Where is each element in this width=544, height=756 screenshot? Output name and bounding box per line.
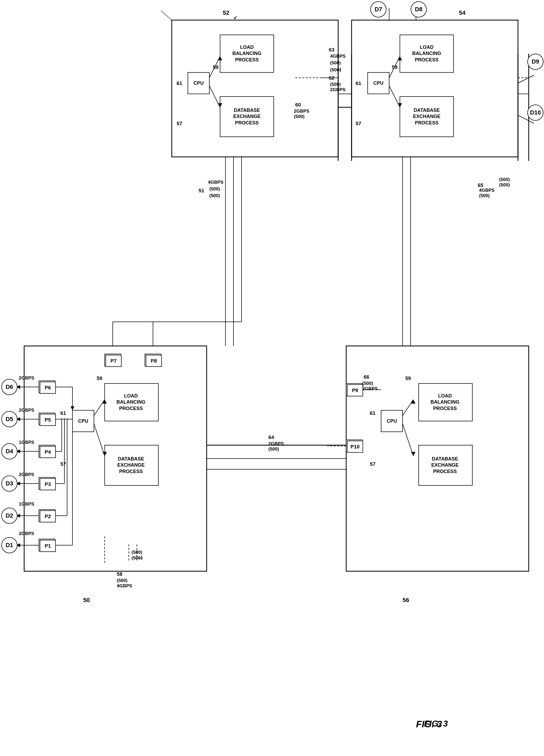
speed-65b: (500) xyxy=(479,193,490,198)
svg-line-95 xyxy=(518,75,534,83)
ref-64: 64 xyxy=(268,434,274,440)
port-p6: P6 xyxy=(40,382,56,394)
ref-52-arrow: ↙ xyxy=(233,15,237,20)
port-p2: P2 xyxy=(40,510,56,522)
speed-d3: 2GBPS xyxy=(19,472,34,477)
svg-line-15 xyxy=(389,86,400,107)
ref-59-n50: 59 xyxy=(97,375,102,381)
speed-64b: (500) xyxy=(268,447,279,452)
ref-57-n50: 57 xyxy=(60,461,66,467)
speed-64a: 2GBPS xyxy=(268,441,284,447)
device-d7: D7 xyxy=(370,1,387,17)
svg-line-8 xyxy=(209,86,220,107)
svg-marker-63 xyxy=(71,406,74,410)
speed-60b: (500) xyxy=(294,114,305,119)
device-d1: D1 xyxy=(1,537,17,553)
n56-database-exchange: DATABASEEXCHANGEPROCESS xyxy=(420,447,471,484)
speed-51-500a: (500) xyxy=(209,186,220,192)
ref-61-n50: 61 xyxy=(60,410,66,416)
device-d6: D6 xyxy=(1,379,17,395)
speed-63b: (500) xyxy=(330,60,341,66)
svg-line-29 xyxy=(403,424,413,456)
ref-63: 63 xyxy=(329,47,335,53)
speed-d4: 1GBPS xyxy=(19,440,34,445)
speed-51-500b: (500) xyxy=(209,193,220,198)
speed-58d: (500)̶ xyxy=(131,555,143,561)
port-p7: P7 xyxy=(105,355,122,367)
n54-load-balancing: LOADBALANCINGPROCESS xyxy=(401,36,452,71)
svg-marker-31 xyxy=(411,452,416,456)
speed-66a: (500) xyxy=(362,381,373,386)
port-p10: P10 xyxy=(347,441,363,453)
speed-51-4gbps: 4GBPS xyxy=(208,180,223,185)
speed-65d: (500) xyxy=(499,182,510,188)
ref-61-n56: 61 xyxy=(370,410,376,416)
port-p5: P5 xyxy=(40,414,56,426)
svg-line-92 xyxy=(161,11,172,20)
device-d5: D5 xyxy=(1,411,17,427)
speed-65c: (500) xyxy=(499,177,510,182)
port-p8: P8 xyxy=(146,355,162,367)
n52-database-exchange: DATABASEEXCHANGEPROCESS xyxy=(221,98,273,135)
n56-load-balancing: LOADBALANCINGPROCESS xyxy=(420,385,471,420)
ref-54: 54 xyxy=(459,9,465,16)
ref-61-n52: 61 xyxy=(176,80,182,86)
n56-cpu: CPU xyxy=(382,412,402,430)
ref-58: 58 xyxy=(117,571,122,577)
ref-52: 52 xyxy=(223,9,229,16)
ref-60: 60 xyxy=(295,102,301,108)
svg-line-28 xyxy=(403,400,413,416)
svg-line-21 xyxy=(94,400,105,416)
speed-58b: 4GBPS xyxy=(117,583,132,589)
device-d4: D4 xyxy=(1,443,17,459)
speed-d1: 2GBPS xyxy=(19,531,34,536)
device-d9: D9 xyxy=(527,54,543,70)
speed-65a: 4GBPS xyxy=(479,188,495,193)
ref-57-n54: 57 xyxy=(356,121,361,127)
ref-62: 62 xyxy=(329,75,335,81)
device-d2: D2 xyxy=(1,508,17,524)
speed-d2: 1GBPS xyxy=(19,501,34,507)
speed-62a: (500) xyxy=(330,82,341,87)
device-d3: D3 xyxy=(1,475,17,492)
speed-58a: (500) xyxy=(117,578,127,583)
ref-66: 66 xyxy=(364,374,369,380)
ref-56: 56 xyxy=(403,597,409,604)
port-p3: P3 xyxy=(40,478,56,490)
ref-59-n56: 59 xyxy=(405,375,411,381)
speed-63a: 4GBPS xyxy=(330,54,346,59)
speed-66b: 2GBPS xyxy=(362,386,378,392)
n50-database-exchange: DATABASEEXCHANGEPROCESS xyxy=(105,447,156,484)
figure-3-label: FIG. 3 xyxy=(416,719,442,729)
ref-50: 50 xyxy=(83,597,90,604)
n54-database-exchange: DATABASEEXCHANGEPROCESS xyxy=(401,98,452,135)
ref-59-n52: 59 xyxy=(213,64,218,70)
n52-load-balancing: LOADBALANCINGPROCESS xyxy=(221,36,273,71)
ref-65: 65 xyxy=(478,182,483,188)
ref-57-n52: 57 xyxy=(176,121,182,127)
n50-load-balancing: LOADBALANCINGPROCESS xyxy=(105,385,156,420)
speed-d6: 2GBPS xyxy=(19,375,34,381)
speed-60a: 2GBPS xyxy=(294,109,310,114)
svg-marker-30 xyxy=(411,400,416,404)
port-p9: P9 xyxy=(347,384,363,396)
speed-63c: (500)̶ xyxy=(330,67,341,73)
ref-51: 51 xyxy=(198,188,204,194)
port-p1: P1 xyxy=(40,540,56,552)
speed-d5: 2GBPS xyxy=(19,408,34,413)
speed-62b: 2GBPS xyxy=(330,87,346,93)
diagram: FIG. 3 52 ↙ 54 50 56 LOADBALANCINGPROCES… xyxy=(0,0,544,756)
port-p4: P4 xyxy=(40,446,56,458)
n50-cpu: CPU xyxy=(73,412,93,430)
ref-57-n56: 57 xyxy=(370,461,376,467)
ref-61-n54: 61 xyxy=(356,80,361,86)
n54-cpu: CPU xyxy=(369,74,388,93)
speed-58c: (500) xyxy=(131,550,142,555)
n52-cpu: CPU xyxy=(189,74,208,93)
device-d8: D8 xyxy=(411,1,427,17)
ref-59-n54: 59 xyxy=(392,64,398,70)
svg-line-22 xyxy=(94,424,105,456)
device-d10: D10 xyxy=(527,105,543,121)
